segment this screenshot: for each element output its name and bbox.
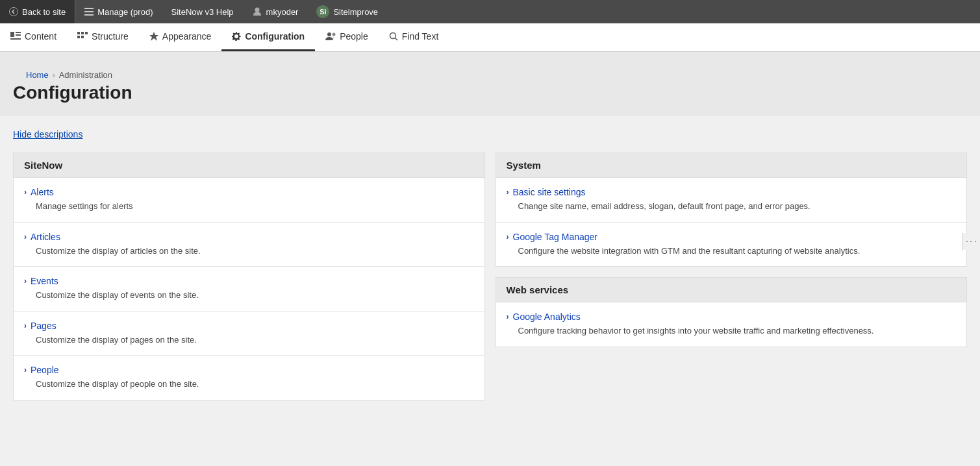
svg-rect-1 (84, 8, 94, 9)
events-desc: Customize the display of events on the s… (24, 289, 474, 302)
svg-point-0 (10, 8, 18, 16)
svg-rect-3 (84, 14, 94, 16)
menu-icon (84, 8, 94, 16)
list-item: › Google Tag Manager Configure the websi… (496, 223, 967, 267)
people-icon (325, 32, 336, 41)
breadcrumb-separator: › (53, 71, 55, 80)
nav-content-label: Content (25, 31, 57, 42)
articles-link[interactable]: Articles (31, 232, 60, 242)
user-icon (252, 6, 262, 17)
chevron-right-icon: › (24, 232, 27, 241)
item-title-row: › Pages (24, 321, 474, 331)
nav-appearance-label: Appearance (162, 31, 212, 42)
nav-configuration[interactable]: Configuration (221, 23, 315, 51)
content-columns: SiteNow › Alerts Manage settings for ale… (13, 153, 967, 411)
svg-line-18 (395, 38, 397, 41)
main-content: Hide descriptions SiteNow › Alerts Manag… (0, 116, 980, 466)
back-to-site-link[interactable]: Back to site (0, 0, 75, 23)
config-icon (232, 32, 241, 41)
item-title-row: › Basic site settings (507, 187, 957, 197)
svg-point-4 (255, 8, 259, 12)
chevron-right-icon: › (24, 365, 27, 374)
svg-rect-9 (77, 32, 80, 34)
google-tag-manager-link[interactable]: Google Tag Manager (513, 232, 598, 242)
breadcrumb-home[interactable]: Home (26, 70, 49, 80)
svg-rect-5 (10, 32, 14, 37)
svg-rect-8 (10, 38, 21, 40)
chevron-right-icon: › (507, 232, 509, 241)
admin-bar: Back to site Manage (prod) SiteNow v3 He… (0, 0, 980, 23)
list-item: › Pages Customize the display of pages o… (14, 312, 484, 356)
page-title: Configuration (13, 82, 967, 103)
people-link[interactable]: People (31, 365, 59, 375)
alerts-link[interactable]: Alerts (31, 187, 54, 197)
breadcrumb-admin: Administration (59, 70, 112, 80)
user-label: mkyoder (266, 7, 299, 17)
nav-find-text[interactable]: Find Text (379, 23, 449, 51)
nav-find-text-label: Find Text (402, 31, 439, 42)
list-item: › Basic site settings Change site name, … (496, 178, 967, 223)
nav-appearance[interactable]: Appearance (139, 23, 222, 51)
web-services-header: Web services (496, 278, 967, 302)
events-link[interactable]: Events (31, 276, 58, 286)
articles-desc: Customize the display of articles on the… (24, 245, 474, 258)
nav-content[interactable]: Content (0, 23, 67, 51)
people-desc: Customize the display of people on the s… (24, 378, 474, 391)
siteimprove-link[interactable]: Si Siteimprove (307, 0, 387, 23)
sitenow-section: SiteNow › Alerts Manage settings for ale… (13, 153, 485, 400)
siteimprove-icon: Si (316, 5, 329, 18)
page-header: Home › Administration Configuration (0, 52, 980, 116)
item-title-row: › Events (24, 276, 474, 286)
help-link[interactable]: SiteNow v3 Help (162, 0, 242, 23)
nav-structure[interactable]: Structure (67, 23, 139, 51)
hide-descriptions-link[interactable]: Hide descriptions (13, 129, 82, 140)
svg-point-17 (390, 33, 396, 39)
chevron-right-icon: › (24, 321, 27, 330)
item-title-row: › Articles (24, 232, 474, 242)
web-services-section: Web services › Google Analytics Configur… (496, 277, 968, 347)
sitenow-header: SiteNow (14, 153, 484, 178)
basic-site-settings-link[interactable]: Basic site settings (513, 187, 586, 197)
structure-icon (77, 32, 88, 41)
chevron-right-icon: › (507, 188, 509, 197)
chevron-right-icon: › (24, 188, 27, 197)
list-item: › People Customize the display of people… (14, 356, 484, 400)
right-column: System › Basic site settings Change site… (496, 153, 968, 358)
siteimprove-label: Siteimprove (333, 7, 378, 17)
list-item: › Google Analytics Configure tracking be… (496, 302, 967, 347)
back-icon (9, 7, 18, 16)
basic-site-settings-desc: Change site name, email address, slogan,… (507, 200, 957, 213)
item-title-row: › Google Analytics (507, 312, 957, 322)
google-analytics-link[interactable]: Google Analytics (513, 312, 581, 322)
item-title-row: › Alerts (24, 187, 474, 197)
nav-configuration-label: Configuration (245, 31, 305, 42)
help-label: SiteNow v3 Help (171, 7, 233, 17)
list-item: › Alerts Manage settings for alerts (14, 178, 484, 223)
svg-rect-11 (85, 32, 88, 34)
appearance-icon (149, 32, 158, 41)
system-section: System › Basic site settings Change site… (496, 153, 968, 267)
chevron-right-icon: › (507, 312, 509, 321)
system-header: System (496, 153, 967, 178)
google-tag-manager-desc: Configure the website integration with G… (507, 245, 957, 258)
pages-link[interactable]: Pages (31, 321, 57, 331)
svg-marker-14 (149, 32, 158, 41)
svg-rect-10 (81, 32, 84, 34)
item-title-row: › People (24, 365, 474, 375)
svg-rect-6 (16, 32, 21, 33)
svg-rect-2 (84, 11, 94, 12)
content-icon (10, 32, 21, 41)
nav-people[interactable]: People (315, 23, 379, 51)
item-title-row: › Google Tag Manager (507, 232, 957, 242)
nav-people-label: People (340, 31, 368, 42)
breadcrumb: Home › Administration (13, 62, 967, 82)
vertical-dots: ⋮ (962, 233, 980, 250)
chevron-right-icon: › (24, 276, 27, 286)
pages-desc: Customize the display of pages on the si… (24, 334, 474, 347)
svg-rect-13 (81, 36, 84, 38)
google-analytics-desc: Configure tracking behavior to get insig… (507, 325, 957, 337)
alerts-desc: Manage settings for alerts (24, 200, 474, 213)
list-item: › Events Customize the display of events… (14, 267, 484, 312)
user-link[interactable]: mkyoder (243, 0, 308, 23)
manage-link[interactable]: Manage (prod) (75, 0, 162, 23)
